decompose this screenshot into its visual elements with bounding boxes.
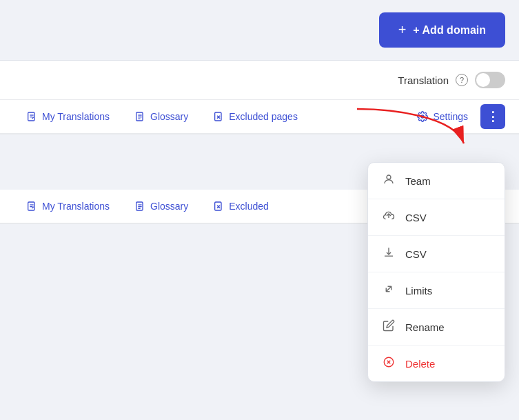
translation-row: Translation ? <box>0 61 519 100</box>
person-icon <box>382 173 396 188</box>
dropdown-csv-download[interactable]: CSV <box>368 236 505 272</box>
svg-point-22 <box>387 175 391 179</box>
translation-label: Translation <box>398 74 449 86</box>
plus-icon: + <box>398 22 407 38</box>
tab-my-translations[interactable]: My Translations <box>14 100 122 134</box>
expand-icon <box>382 283 396 298</box>
dropdown-limits[interactable]: Limits <box>368 272 505 309</box>
translation-toggle[interactable] <box>475 72 505 88</box>
dropdown-menu: Team CSV CSV <box>367 162 505 382</box>
svg-point-10 <box>421 115 424 118</box>
doc-list-icon-2 <box>134 201 145 212</box>
pencil-icon <box>382 319 396 334</box>
tab-glossary[interactable]: Glossary <box>122 100 201 134</box>
tab-my-translations-2[interactable]: My Translations <box>14 190 122 224</box>
gear-icon <box>417 111 428 122</box>
doc-edit-icon <box>26 111 37 122</box>
dropdown-team-label: Team <box>405 175 431 187</box>
tab-glossary-2-label: Glossary <box>150 201 188 212</box>
doc-list-icon <box>134 111 145 122</box>
tab-my-translations-label: My Translations <box>42 111 110 122</box>
dropdown-rename[interactable]: Rename <box>368 309 505 346</box>
doc-edit-icon-2 <box>26 201 37 212</box>
download-icon <box>382 246 396 261</box>
top-bar: + + Add domain <box>0 0 519 61</box>
cloud-upload-icon <box>382 210 396 225</box>
tab-excluded-2-label: Excluded <box>229 201 269 212</box>
three-dots-icon: ⋮ <box>487 109 500 124</box>
nav-tabs-row: My Translations Glossary Excluded pages … <box>0 100 519 134</box>
dropdown-csv-upload[interactable]: CSV <box>368 199 505 236</box>
tab-my-translations-2-label: My Translations <box>42 201 110 212</box>
add-domain-button[interactable]: + + Add domain <box>379 12 505 48</box>
tab-excluded-pages[interactable]: Excluded pages <box>201 100 310 134</box>
add-domain-label: + Add domain <box>413 24 486 37</box>
doc-x-icon-2 <box>213 201 224 212</box>
dropdown-delete[interactable]: Delete <box>368 346 505 381</box>
dropdown-rename-label: Rename <box>405 321 445 333</box>
more-options-button[interactable]: ⋮ <box>480 104 505 129</box>
dropdown-delete-label: Delete <box>405 358 435 370</box>
dropdown-limits-label: Limits <box>405 285 432 297</box>
tab-glossary-2[interactable]: Glossary <box>122 190 201 224</box>
tab-settings[interactable]: Settings <box>405 100 480 133</box>
tab-settings-label: Settings <box>433 111 468 122</box>
dropdown-csv-upload-label: CSV <box>405 212 427 223</box>
tab-excluded-2[interactable]: Excluded <box>201 190 281 224</box>
help-icon[interactable]: ? <box>456 74 468 86</box>
tab-excluded-pages-label: Excluded pages <box>229 111 298 122</box>
doc-x-icon <box>213 111 224 122</box>
dropdown-team[interactable]: Team <box>368 163 505 199</box>
dropdown-csv-download-label: CSV <box>405 248 427 260</box>
tab-glossary-label: Glossary <box>150 111 188 122</box>
x-circle-icon <box>382 356 396 371</box>
